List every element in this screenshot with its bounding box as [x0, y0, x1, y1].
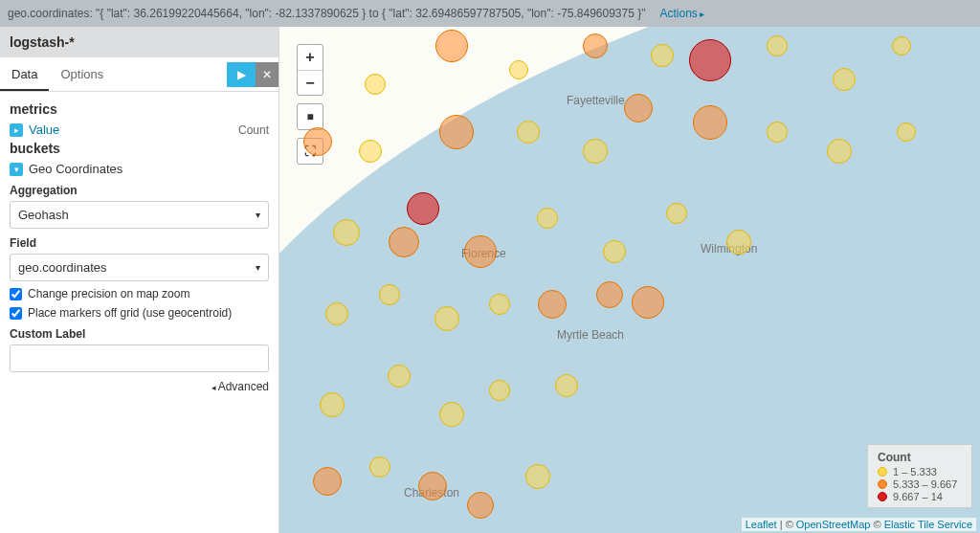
actions-link[interactable]: Actions [659, 7, 703, 20]
data-bubble[interactable] [583, 139, 608, 164]
data-bubble[interactable] [603, 240, 626, 263]
data-bubble[interactable] [827, 139, 852, 164]
data-bubble[interactable] [418, 472, 447, 500]
precision-checkbox-row[interactable]: Change precision on map zoom [10, 287, 269, 300]
osm-link[interactable]: OpenStreetMap [796, 519, 871, 530]
data-bubble[interactable] [517, 121, 540, 144]
data-bubble[interactable] [389, 227, 419, 257]
data-bubble[interactable] [767, 35, 788, 56]
data-bubble[interactable] [388, 365, 411, 388]
aggregation-label: Aggregation [10, 184, 269, 197]
data-bubble[interactable] [489, 294, 510, 315]
data-bubble[interactable] [509, 60, 528, 79]
metric-type: Count [238, 123, 269, 137]
buckets-title: buckets [10, 141, 269, 156]
data-bubble[interactable] [555, 374, 578, 397]
field-label: Field [10, 236, 269, 250]
data-bubble[interactable] [897, 122, 916, 142]
aggregation-select[interactable]: Geohash [10, 201, 269, 229]
data-bubble[interactable] [313, 467, 342, 496]
data-bubble[interactable] [467, 492, 494, 519]
data-bubble[interactable] [726, 230, 751, 255]
ets-link[interactable]: Elastic Tile Service [884, 519, 972, 530]
tab-data[interactable]: Data [0, 57, 49, 91]
top-filter-bar: geo.coordinates: "{ "lat": 36.2619922044… [0, 0, 980, 27]
offgrid-checkbox-row[interactable]: Place markers off grid (use geocentroid) [10, 306, 269, 320]
legend: Count 1 – 5.333 5.333 – 9.667 9.667 – 14 [867, 444, 972, 508]
leaflet-link[interactable]: Leaflet [746, 519, 777, 530]
custom-label-input[interactable] [10, 344, 269, 372]
bucket-name: Geo Coordinates [29, 162, 269, 176]
offgrid-checkbox[interactable] [10, 307, 22, 320]
metric-name: Value [29, 122, 238, 137]
legend-row: 5.333 – 9.667 [878, 478, 962, 490]
tab-options[interactable]: Options [49, 57, 115, 91]
precision-checkbox[interactable] [10, 288, 22, 300]
data-bubble[interactable] [538, 290, 567, 319]
data-bubble[interactable] [525, 464, 550, 489]
fit-bounds-button[interactable]: ■ [298, 104, 323, 129]
legend-row: 1 – 5.333 [878, 466, 962, 477]
advanced-toggle[interactable]: Advanced [10, 380, 269, 393]
data-bubble[interactable] [632, 286, 664, 319]
index-pattern-header[interactable]: logstash-* [0, 27, 278, 57]
map-attribution: Leaflet | © OpenStreetMap © Elastic Tile… [742, 518, 976, 531]
caret-icon: ▸ [10, 123, 23, 137]
data-bubble[interactable] [693, 105, 727, 140]
data-bubble[interactable] [407, 192, 439, 225]
data-bubble[interactable] [651, 44, 674, 67]
data-bubble[interactable] [892, 36, 911, 56]
apply-button[interactable]: ▶ [227, 62, 256, 87]
field-value: geo.coordinates [18, 260, 107, 275]
index-pattern-label: logstash-* [10, 34, 75, 50]
legend-title: Count [878, 451, 962, 464]
data-bubble[interactable] [489, 380, 510, 401]
bucket-row[interactable]: ▾ Geo Coordinates [10, 162, 269, 176]
tabs-row: Data Options ▶ ✕ [0, 57, 278, 92]
data-bubble[interactable] [435, 30, 468, 62]
data-bubble[interactable] [833, 68, 856, 91]
discard-button[interactable]: ✕ [256, 62, 278, 87]
data-bubble[interactable] [596, 281, 623, 308]
data-bubble[interactable] [320, 392, 345, 417]
data-bubble[interactable] [439, 402, 464, 427]
data-bubble[interactable] [689, 39, 731, 81]
metrics-title: metrics [10, 101, 269, 117]
zoom-out-button[interactable]: − [298, 70, 323, 95]
map[interactable]: Fayetteville Florence Wilmington Myrtle … [279, 27, 980, 533]
metric-row[interactable]: ▸ Value Count [10, 122, 269, 137]
data-bubble[interactable] [537, 208, 558, 229]
data-bubble[interactable] [379, 284, 400, 305]
aggregation-value: Geohash [18, 208, 69, 222]
data-bubble[interactable] [359, 140, 382, 163]
offgrid-label: Place markers off grid (use geocentroid) [28, 306, 232, 320]
data-bubble[interactable] [666, 203, 687, 224]
data-bubble[interactable] [624, 94, 653, 122]
query-text: geo.coordinates: "{ "lat": 36.2619922044… [8, 7, 645, 20]
zoom-in-button[interactable]: + [298, 45, 323, 70]
data-bubble[interactable] [583, 33, 608, 58]
data-bubble[interactable] [325, 302, 348, 325]
data-bubble[interactable] [464, 235, 497, 268]
data-bubble[interactable] [434, 306, 459, 331]
data-bubble[interactable] [333, 219, 360, 246]
caret-down-icon: ▾ [10, 163, 23, 176]
custom-label-label: Custom Label [10, 327, 269, 341]
config-sidebar: logstash-* Data Options ▶ ✕ metrics ▸ Va… [0, 27, 279, 533]
legend-row: 9.667 – 14 [878, 491, 962, 502]
data-bubble[interactable] [439, 115, 474, 149]
data-bubble[interactable] [369, 456, 390, 477]
field-select[interactable]: geo.coordinates [10, 254, 269, 281]
precision-label: Change precision on map zoom [28, 287, 189, 300]
data-bubble[interactable] [365, 74, 386, 95]
data-bubble[interactable] [767, 122, 788, 143]
data-bubble[interactable] [303, 127, 332, 156]
